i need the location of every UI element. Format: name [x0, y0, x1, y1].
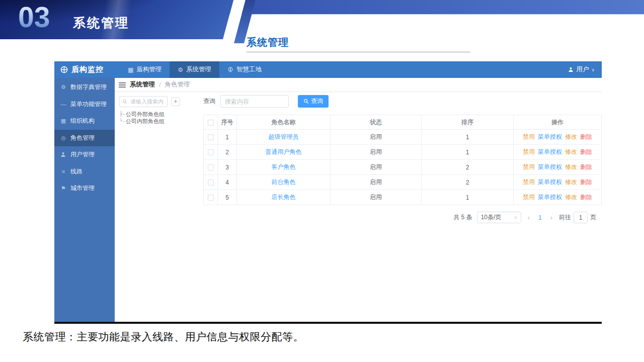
role-name-link[interactable]: 普通用户角色	[266, 148, 302, 155]
action-link-4[interactable]: 删除	[580, 133, 592, 140]
nav-tab-1[interactable]: ▦盾构管理	[120, 61, 170, 78]
collapse-menu-icon[interactable]	[119, 82, 126, 88]
grid-icon: ▦	[60, 118, 66, 124]
action-link-2[interactable]: 菜单授权	[538, 148, 562, 155]
row-checkbox[interactable]	[208, 164, 214, 170]
action-link-1[interactable]: 禁用	[523, 194, 535, 201]
select-all-checkbox[interactable]	[208, 120, 214, 126]
add-group-button[interactable]: +	[171, 97, 180, 106]
action-link-4[interactable]: 删除	[580, 148, 592, 155]
sidebar-item-label: 菜单功能管理	[70, 100, 107, 109]
sidebar-item-4[interactable]: ◎角色管理	[54, 130, 115, 147]
page-size-select[interactable]: 10条/页 ∨	[477, 212, 521, 223]
query-button[interactable]: 查询	[298, 95, 329, 108]
goto-page-input[interactable]	[574, 212, 588, 223]
sidebar-item-6[interactable]: ≡线路	[54, 163, 115, 180]
slide-caption: 系统管理：主要功能是录入线路、用户信息与权限分配等。	[23, 330, 304, 344]
action-link-3[interactable]: 修改	[565, 148, 577, 155]
next-page-button[interactable]: ›	[548, 214, 554, 221]
col-header-role-name: 角色名称	[237, 115, 331, 130]
breadcrumb-current[interactable]: 角色管理	[165, 80, 190, 89]
nav-tab-2[interactable]: ⚙系统管理	[170, 61, 219, 78]
cell-sort: 1	[422, 190, 514, 205]
sidebar-item-label: 线路	[70, 167, 83, 176]
cell-status: 启用	[331, 130, 422, 145]
action-link-2[interactable]: 菜单授权	[538, 178, 562, 186]
row-checkbox[interactable]	[208, 134, 214, 140]
action-link-1[interactable]: 禁用	[523, 148, 535, 155]
gear-icon: ⚙	[178, 66, 183, 73]
search-icon	[122, 99, 127, 104]
tree-node-1[interactable]: ├-公司外部角色组	[119, 111, 201, 118]
person-icon	[60, 152, 66, 157]
goto-page: 前往 页	[559, 212, 596, 223]
role-name-link[interactable]: 前台角色	[272, 178, 296, 186]
user-menu[interactable]: 用户 ∨	[561, 61, 602, 78]
page-subtitle: 系统管理	[247, 36, 470, 49]
nav-tab-label: 盾构管理	[136, 65, 162, 74]
table-row: 4前台角色启用2禁用菜单授权修改删除	[204, 175, 602, 190]
action-link-3[interactable]: 修改	[565, 163, 577, 170]
row-checkbox[interactable]	[208, 195, 214, 201]
action-link-4[interactable]: 删除	[580, 178, 592, 186]
sidebar-item-label: 角色管理	[70, 134, 95, 142]
sidebar-item-2[interactable]: —菜单功能管理	[54, 96, 115, 113]
cell-no: 3	[218, 160, 237, 175]
table-row: 5店长角色启用1禁用菜单授权修改删除	[204, 190, 602, 205]
role-name-link[interactable]: 店长角色	[272, 194, 296, 201]
role-group-tree-panel: + ├-公司外部角色组└-公司内部角色组	[115, 92, 201, 322]
nav-tab-label: 系统管理	[186, 65, 211, 74]
table-row: 2普通用户角色启用1禁用菜单授权修改删除	[204, 145, 602, 160]
cell-sort: 2	[422, 160, 514, 175]
dash-icon: —	[60, 101, 66, 107]
action-link-1[interactable]: 禁用	[523, 178, 535, 186]
action-link-3[interactable]: 修改	[565, 194, 577, 201]
sidebar-item-3[interactable]: ▦组织机构	[54, 113, 115, 130]
row-checkbox[interactable]	[208, 149, 214, 155]
page-number-1[interactable]: 1	[536, 214, 544, 221]
col-header-actions: 操作	[514, 115, 602, 130]
table-row: 1超级管理员启用1禁用菜单授权修改删除	[204, 130, 602, 145]
action-link-4[interactable]: 删除	[580, 163, 592, 170]
action-link-1[interactable]: 禁用	[523, 163, 535, 170]
row-checkbox[interactable]	[208, 179, 214, 186]
tree-node-2[interactable]: └-公司内部角色组	[119, 118, 201, 125]
query-input[interactable]	[220, 95, 289, 108]
cell-sort: 2	[422, 175, 514, 190]
action-link-2[interactable]: 菜单授权	[538, 163, 562, 170]
slide: 03 系统管理 系统管理 盾构监控 ▦盾构管理⚙系统管理智慧工地 用户 ∨ ⚙数…	[0, 0, 644, 362]
action-link-4[interactable]: 删除	[580, 194, 592, 201]
nav-tab-3[interactable]: 智慧工地	[219, 61, 270, 78]
gear-icon: ⚙	[60, 84, 66, 90]
role-name-link[interactable]: 超级管理员	[269, 133, 299, 140]
query-row: 查询 查询	[203, 95, 596, 108]
action-link-2[interactable]: 菜单授权	[538, 133, 562, 140]
app-brand: 盾构监控	[54, 61, 120, 78]
lines-icon: ≡	[60, 168, 66, 174]
app-header: 盾构监控 ▦盾构管理⚙系统管理智慧工地 用户 ∨	[54, 61, 602, 78]
tree-search-input[interactable]	[129, 98, 165, 105]
role-group-tree: ├-公司外部角色组└-公司内部角色组	[119, 111, 201, 125]
pagination: 共 5 条 10条/页 ∨ ‹ 1 › 前往 页	[203, 212, 596, 223]
cell-no: 5	[218, 190, 237, 205]
cell-actions: 禁用菜单授权修改删除	[514, 175, 602, 190]
prev-page-button[interactable]: ‹	[526, 214, 532, 221]
action-link-2[interactable]: 菜单授权	[538, 194, 562, 201]
table-row: 3客户角色启用2禁用菜单授权修改删除	[204, 160, 602, 175]
cell-status: 启用	[331, 145, 422, 160]
sidebar-item-1[interactable]: ⚙数据字典管理	[54, 79, 115, 96]
sidebar-item-5[interactable]: 用户管理	[54, 146, 115, 163]
sidebar-item-label: 城市管理	[70, 184, 95, 193]
sidebar-item-label: 组织机构	[70, 117, 95, 125]
tree-node-label: 公司内部角色组	[126, 118, 165, 125]
action-link-3[interactable]: 修改	[565, 133, 577, 140]
user-label: 用户	[576, 65, 589, 74]
breadcrumb-root[interactable]: 系统管理	[130, 80, 155, 89]
role-name-link[interactable]: 客户角色	[272, 163, 296, 170]
action-link-3[interactable]: 修改	[565, 178, 577, 186]
action-link-1[interactable]: 禁用	[523, 133, 535, 140]
sidebar-item-7[interactable]: ⚑城市管理	[54, 180, 115, 197]
tree-node-label: 公司外部角色组	[126, 111, 165, 118]
cell-status: 启用	[331, 175, 422, 190]
cell-actions: 禁用菜单授权修改删除	[514, 160, 602, 175]
